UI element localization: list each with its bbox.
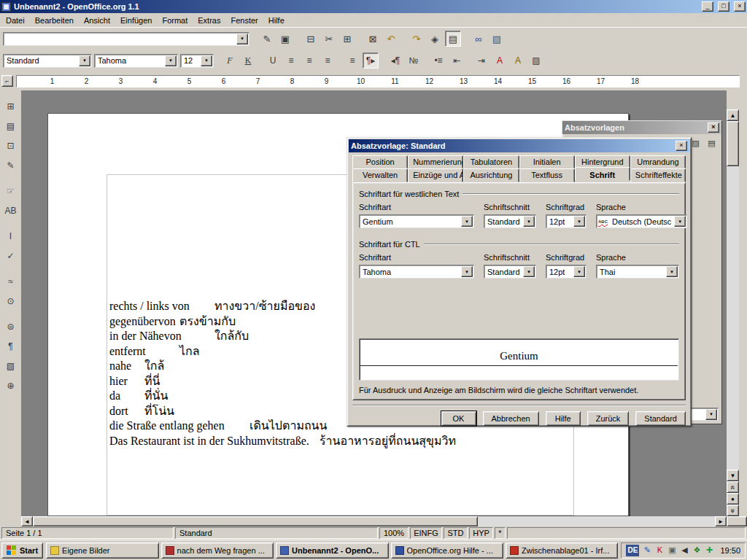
close-button[interactable]: × [734, 1, 746, 12]
new-style-from-selection-icon[interactable]: ▤ [705, 136, 719, 150]
align-right-button[interactable]: ≡ [320, 52, 336, 69]
style-dropdown-arrow[interactable]: ▼ [79, 55, 90, 66]
tab-initialen[interactable]: Initialen [519, 155, 575, 168]
menu-bearbeiten[interactable]: Bearbeiten [30, 14, 79, 27]
taskbar-task[interactable]: Unbenannt2 - OpenO... [276, 542, 388, 559]
previous-page-button[interactable]: « [727, 481, 739, 493]
scroll-left-button[interactable]: ◄ [21, 516, 33, 526]
online-layout-icon[interactable]: ⊕ [2, 377, 20, 394]
stylist-filter-arrow[interactable]: ▼ [705, 409, 717, 420]
tab-verwalten[interactable]: Verwalten [352, 168, 408, 182]
url-field[interactable]: ▼ [3, 32, 249, 46]
save-icon[interactable]: ▣ [277, 31, 293, 47]
insert-fields-icon[interactable]: ▤ [2, 117, 20, 135]
tab-stop-selector[interactable]: ⌐ [1, 75, 13, 87]
hyperlink-icon[interactable]: ∞ [471, 31, 487, 47]
status-hyperlink-mode[interactable]: HYP [469, 527, 493, 539]
ctl-size-arrow[interactable]: ▼ [573, 266, 585, 277]
tray-pen-icon[interactable]: ✎ [642, 545, 652, 555]
tray-k-icon[interactable]: K [654, 545, 665, 555]
hscrollbar-thumb[interactable] [33, 516, 478, 526]
ctl-language-select[interactable]: Thai ▼ [596, 265, 679, 279]
document-line[interactable]: Das Restaurant ist in der Sukhumvitstraß… [109, 434, 573, 449]
ctl-font-select[interactable]: Tahoma ▼ [359, 265, 474, 279]
tab-nummerierung[interactable]: Nummerierung [408, 155, 463, 168]
vertical-scrollbar[interactable]: ▲ ▼ « ● » [727, 90, 739, 516]
status-zoom[interactable]: 100% [379, 527, 409, 539]
underline-button[interactable]: U [265, 52, 281, 69]
insert-table-icon[interactable]: ⊞ [2, 98, 20, 115]
western-style-arrow[interactable]: ▼ [523, 216, 535, 227]
graphics-icon[interactable]: ▧ [2, 357, 20, 375]
tab-schrifteffekte[interactable]: Schrifteffekte [630, 168, 686, 182]
ctl-font-arrow[interactable]: ▼ [461, 266, 473, 277]
undo-icon[interactable]: ↶ [383, 31, 399, 47]
rtl-button[interactable]: ◂¶ [387, 52, 403, 69]
cancel-button[interactable]: Abbrechen [483, 411, 539, 426]
tray-update-icon[interactable]: ✚ [704, 545, 714, 555]
align-justify-button[interactable]: ≡ [344, 52, 360, 69]
maximize-button[interactable]: □ [718, 1, 729, 12]
highlighting-button[interactable]: A [510, 52, 526, 69]
cut-icon[interactable]: ✂ [321, 31, 337, 47]
next-page-button[interactable]: » [727, 505, 739, 516]
taskbar-task[interactable]: Eigene Bilder [46, 542, 158, 559]
western-size-arrow[interactable]: ▼ [573, 216, 585, 227]
size-dropdown-arrow[interactable]: ▼ [201, 55, 212, 66]
direct-cursor-icon[interactable]: I [2, 228, 20, 245]
ctl-size-select[interactable]: 12pt ▼ [546, 265, 587, 279]
standard-button[interactable]: Standard [635, 411, 686, 426]
status-page[interactable]: Seite 1 / 1 [1, 527, 174, 539]
paste-icon[interactable]: ⊠ [365, 31, 381, 47]
window-titlebar[interactable]: Unbenannt2 - OpenOffice.org 1.1 _ □ × [0, 0, 747, 13]
tray-shield-icon[interactable]: ❖ [692, 545, 702, 555]
status-page-style[interactable]: Standard [175, 527, 378, 539]
stylist-titlebar[interactable]: Absatzvorlagen × [562, 121, 721, 134]
align-left-button[interactable]: ≡ [283, 52, 299, 69]
stylist-icon[interactable]: ▤ [445, 31, 461, 47]
edit-file-icon[interactable]: ✎ [259, 31, 275, 47]
tray-volume-icon[interactable]: ◀ [679, 545, 689, 555]
scroll-right-button[interactable]: ► [715, 516, 727, 526]
taskbar-task[interactable]: nach dem Weg fragen ... [161, 542, 274, 559]
url-dropdown-arrow[interactable]: ▼ [236, 34, 248, 44]
tab-tabulatoren[interactable]: Tabulatoren [463, 155, 519, 168]
autospellcheck-icon[interactable]: ≈ [2, 273, 20, 290]
background-button[interactable]: ▨ [528, 52, 544, 69]
bullets-button[interactable]: •≡ [430, 52, 446, 69]
redo-icon[interactable]: ↷ [409, 31, 425, 47]
start-button[interactable]: Start [1, 542, 43, 559]
tab-ausrichtung[interactable]: Ausrichtung [463, 168, 519, 182]
taskbar-clock[interactable]: 19:50 [717, 546, 740, 555]
menu-datei[interactable]: Datei [1, 14, 30, 27]
copy-icon[interactable]: ⊞ [339, 31, 355, 47]
form-functions-icon[interactable]: ☞ [2, 182, 20, 200]
western-font-arrow[interactable]: ▼ [461, 216, 473, 227]
nonprinting-chars-icon[interactable]: ¶ [2, 338, 20, 355]
back-button[interactable]: Zurück [587, 411, 630, 426]
menu-format[interactable]: Format [157, 14, 193, 27]
scroll-up-button[interactable]: ▲ [727, 109, 739, 121]
ctl-language-arrow[interactable]: ▼ [666, 266, 678, 277]
status-insert-mode[interactable]: EINFG [410, 527, 442, 539]
western-language-select[interactable]: ABC Deutsch (Deutsc ▼ [596, 214, 687, 228]
western-font-select[interactable]: Gentium ▼ [359, 214, 474, 228]
dialog-titlebar[interactable]: Absatzvorlage: Standard × [349, 139, 689, 152]
insert-object-icon[interactable]: ⊡ [2, 137, 20, 155]
tab-umrandung[interactable]: Umrandung [630, 155, 686, 168]
autotext-icon[interactable]: AB [2, 202, 20, 219]
gallery-icon[interactable]: ▧ [489, 31, 505, 47]
tab-schrift[interactable]: Schrift [575, 167, 630, 181]
stylist-close-button[interactable]: × [708, 122, 719, 133]
italic-button[interactable]: K [240, 52, 256, 69]
increase-indent-button[interactable]: ⇥ [473, 52, 489, 69]
menu-hilfe[interactable]: Hilfe [263, 14, 290, 27]
help-button[interactable]: Hilfe [546, 411, 581, 426]
status-selection-mode[interactable]: STD [444, 527, 468, 539]
dialog-close-button[interactable]: × [676, 141, 687, 151]
font-color-button[interactable]: A [492, 52, 508, 69]
font-size-select[interactable]: 12 ▼ [180, 54, 214, 68]
ltr-button[interactable]: ¶▸ [363, 52, 379, 69]
horizontal-ruler[interactable]: 123456789101112131415161718 [16, 75, 740, 88]
scrollbar-thumb[interactable] [727, 121, 739, 166]
